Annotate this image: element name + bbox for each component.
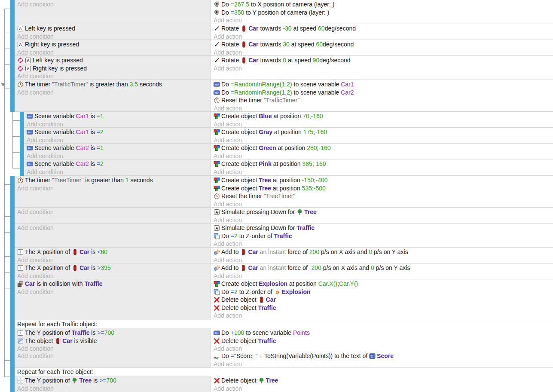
action-line[interactable]: Rotate Car towards -30 at speed 60deg/se… bbox=[214, 24, 553, 33]
add-action-button[interactable]: Add action bbox=[214, 64, 553, 73]
condition-line[interactable]: The Y position of Traffic is >=700 bbox=[17, 329, 211, 337]
action-line[interactable]: Add to Car an instant force of 200 p/s o… bbox=[214, 248, 553, 256]
condition-line[interactable]: ARight key is pressed bbox=[17, 40, 211, 49]
add-condition-button[interactable]: Add condition bbox=[27, 168, 211, 176]
event-drag-handle[interactable] bbox=[10, 263, 15, 279]
event-drag-handle[interactable] bbox=[10, 224, 15, 248]
action-line[interactable]: Add to Car an instant force of -200 p/s … bbox=[214, 264, 553, 272]
event-drag-handle[interactable] bbox=[10, 24, 15, 40]
action-line[interactable]: Do =267.5 to X position of camera (layer… bbox=[214, 0, 553, 9]
event-drag-handle[interactable] bbox=[20, 112, 24, 128]
event-drag-handle[interactable] bbox=[10, 80, 15, 112]
add-action-button[interactable]: Add action bbox=[214, 312, 553, 320]
action-line[interactable]: Create object Explosion at position Car.… bbox=[214, 280, 553, 288]
add-condition-button[interactable]: Add condition bbox=[17, 0, 211, 9]
add-action-button[interactable]: Add action bbox=[214, 152, 553, 160]
add-action-button[interactable]: Add action bbox=[214, 256, 553, 264]
repeat-header[interactable]: Repeat for each Tree object: bbox=[15, 368, 553, 376]
action-line[interactable]: Rotate Car towards 30 at speed 60deg/sec… bbox=[214, 40, 553, 49]
action-line[interactable]: txtDo ="Score: " + ToString(Variable(Poi… bbox=[214, 352, 553, 360]
action-line[interactable]: Do =2 to Z-order of Traffic bbox=[214, 232, 553, 240]
condition-line[interactable]: ALeft key is pressed bbox=[17, 56, 211, 64]
add-condition-button[interactable]: Add condition bbox=[17, 49, 211, 56]
event-drag-handle[interactable] bbox=[20, 159, 24, 176]
action-line[interactable]: Delete object Traffic bbox=[214, 337, 553, 345]
condition-line[interactable]: The X position of Car is >395 bbox=[17, 264, 211, 272]
event-drag-handle[interactable] bbox=[10, 0, 15, 24]
action-line[interactable]: Create object Gray at position 175;-160 bbox=[214, 128, 553, 136]
add-action-button[interactable]: Add action bbox=[214, 33, 553, 40]
action-line[interactable]: Delete object Tree bbox=[214, 377, 553, 385]
add-condition-button[interactable]: Add condition bbox=[17, 208, 211, 216]
event-drag-handle[interactable] bbox=[10, 368, 15, 392]
condition-line[interactable]: VarScene variable Car1 is =1 bbox=[27, 112, 211, 120]
action-line[interactable]: Delete object Car bbox=[214, 296, 553, 304]
condition-line[interactable]: Car is in collision with Traffic bbox=[17, 280, 211, 288]
action-line[interactable]: Create object Pink at position 385;-160 bbox=[214, 160, 553, 168]
add-condition-button[interactable]: Add condition bbox=[17, 288, 211, 296]
action-line[interactable]: Delete object Traffic bbox=[214, 304, 553, 312]
action-line[interactable]: Create object Tree at position 535;-500 bbox=[214, 184, 553, 193]
condition-line[interactable]: VarScene variable Car2 is =1 bbox=[27, 144, 211, 152]
add-action-button[interactable]: Add action bbox=[214, 345, 553, 352]
add-action-button[interactable]: Add action bbox=[214, 385, 553, 392]
condition-line[interactable]: VarScene variable Car2 is =2 bbox=[27, 160, 211, 168]
event-drag-handle[interactable] bbox=[10, 40, 15, 56]
add-action-button[interactable]: Add action bbox=[214, 216, 553, 224]
event-drag-handle[interactable] bbox=[10, 352, 15, 368]
event-drag-handle[interactable] bbox=[20, 128, 24, 144]
repeat-header[interactable]: Repeat for each Traffic object: bbox=[15, 320, 553, 328]
add-condition-button[interactable]: Add condition bbox=[17, 352, 211, 360]
action-line[interactable]: ASimulate pressing Down for Traffic bbox=[214, 224, 553, 232]
add-action-button[interactable]: Add action bbox=[214, 120, 553, 128]
condition-line[interactable]: The X position of Car is <60 bbox=[17, 248, 211, 256]
add-action-button[interactable]: Add action bbox=[214, 16, 553, 24]
add-action-button[interactable]: Add action bbox=[214, 49, 553, 56]
add-action-button[interactable]: Add action bbox=[214, 360, 553, 368]
add-condition-button[interactable]: Add condition bbox=[17, 184, 211, 193]
event-drag-handle[interactable] bbox=[10, 56, 15, 80]
add-condition-button[interactable]: Add condition bbox=[17, 33, 211, 40]
action-line[interactable]: Rotate Car towards 0 at speed 90deg/seco… bbox=[214, 56, 553, 64]
action-line[interactable]: Reset the timer "TrafficTimer" bbox=[214, 96, 553, 104]
add-action-button[interactable]: Add action bbox=[214, 136, 553, 144]
add-condition-button[interactable]: Add condition bbox=[17, 385, 211, 392]
condition-line[interactable]: The timer "TrafficTimer" is greater than… bbox=[17, 80, 211, 89]
event-drag-handle[interactable] bbox=[20, 144, 24, 159]
add-action-button[interactable]: Add action bbox=[214, 104, 553, 112]
event-drag-handle[interactable] bbox=[10, 208, 15, 224]
add-condition-button[interactable]: Add condition bbox=[17, 224, 211, 232]
event-drag-handle[interactable] bbox=[10, 248, 15, 263]
add-action-button[interactable]: Add action bbox=[214, 200, 553, 208]
action-line[interactable]: VarDo =RandomInRange(1,2) to scene varia… bbox=[214, 89, 553, 97]
add-condition-button[interactable]: Add condition bbox=[27, 136, 211, 144]
condition-line[interactable]: ARight key is pressed bbox=[17, 64, 211, 73]
action-line[interactable]: ASimulate pressing Down for Tree bbox=[214, 208, 553, 216]
add-condition-button[interactable]: Add condition bbox=[17, 72, 211, 80]
add-condition-button[interactable]: Add condition bbox=[27, 152, 211, 160]
add-action-button[interactable]: Add action bbox=[214, 240, 553, 248]
action-line[interactable]: VarDo =RandomInRange(1,2) to scene varia… bbox=[214, 80, 553, 89]
action-line[interactable]: VarDo +100 to scene variable Points bbox=[214, 329, 553, 337]
action-line[interactable]: Create object Tree at position -150;-400 bbox=[214, 176, 553, 184]
add-action-button[interactable]: Add action bbox=[214, 272, 553, 280]
condition-line[interactable]: The Y position of Tree is >=700 bbox=[17, 377, 211, 385]
action-line[interactable]: Do =2 to Z-order of Explosion bbox=[214, 288, 553, 296]
condition-line[interactable]: The object Car is visible bbox=[17, 337, 211, 345]
event-drag-handle[interactable] bbox=[10, 176, 15, 208]
add-condition-button[interactable]: Add condition bbox=[17, 89, 211, 97]
event-drag-handle[interactable] bbox=[10, 320, 15, 352]
add-condition-button[interactable]: Add condition bbox=[27, 120, 211, 128]
condition-line[interactable]: ALeft key is pressed bbox=[17, 24, 211, 33]
action-line[interactable]: Reset the timer "TreeTimer" bbox=[214, 192, 553, 200]
condition-line[interactable]: VarScene variable Car1 is =2 bbox=[27, 128, 211, 136]
add-condition-button[interactable]: Add condition bbox=[17, 256, 211, 264]
action-line[interactable]: Do =350 to Y position of camera (layer: … bbox=[214, 9, 553, 17]
add-condition-button[interactable]: Add condition bbox=[17, 272, 211, 280]
add-condition-button[interactable]: Add condition bbox=[17, 345, 211, 352]
condition-line[interactable]: The timer "TreeTimer" is greater than 1 … bbox=[17, 176, 211, 184]
action-line[interactable]: Create object Green at position 280;-160 bbox=[214, 144, 553, 152]
action-line[interactable]: Create object Blue at position 70;-160 bbox=[214, 112, 553, 120]
event-drag-handle[interactable] bbox=[10, 279, 15, 320]
add-action-button[interactable]: Add action bbox=[214, 168, 553, 176]
